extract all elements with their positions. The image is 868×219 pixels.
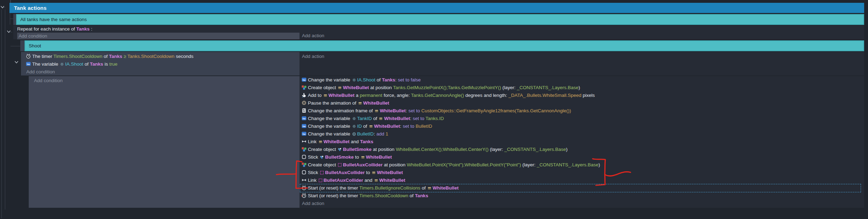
- create-object-icon: [302, 147, 306, 152]
- action-row[interactable]: VarChange the variable TankID of WhiteBu…: [300, 115, 861, 122]
- text-token: (layer:: [489, 147, 504, 152]
- text-token: Change the variable: [308, 116, 352, 121]
- text-token: of: [408, 193, 415, 198]
- action-row[interactable]: VarChange the variable ID of WhiteBullet…: [300, 122, 861, 130]
- text-token: Timers.ShootCooldown: [359, 193, 408, 198]
- text-token: _CONSTANTS_.Layers.Base: [517, 85, 578, 90]
- svg-text:Var: Var: [302, 118, 306, 120]
- add-action-button[interactable]: Add action: [299, 53, 324, 60]
- add-action-button[interactable]: Add action: [299, 200, 324, 207]
- struct-variable-icon: [352, 117, 356, 121]
- whitebullet-object-icon: [379, 117, 383, 121]
- action-row[interactable]: Start (or reset) the timer Timers.Bullet…: [300, 184, 861, 192]
- text-token: BulletAuxCollider: [343, 162, 383, 167]
- svg-text:Var: Var: [302, 133, 306, 135]
- add-action-button[interactable]: Add action: [299, 32, 324, 39]
- sub-event-actions-list: VarChange the variable IA.Shoot of Tanks…: [299, 76, 864, 200]
- text-token: Add to: [308, 93, 323, 98]
- start-timer-icon: [302, 193, 306, 198]
- text-token: force, angle:: [383, 93, 411, 98]
- add-condition-button[interactable]: Add condition: [17, 33, 299, 39]
- variable-icon: Var: [302, 116, 306, 121]
- comment-text: All tanks have the same actions: [20, 17, 87, 22]
- text-token: (layer:: [501, 85, 517, 90]
- struct-variable-icon: [352, 124, 356, 128]
- text-token: seconds: [174, 54, 193, 59]
- whitebullet-object-icon: [318, 140, 323, 144]
- action-row[interactable]: Stick BulletSmoke to WhiteBullet: [300, 153, 861, 161]
- text-token: is: [103, 61, 109, 67]
- action-row[interactable]: Pause the animation of WhiteBullet: [300, 99, 861, 107]
- text-token: WhiteBullet: [374, 124, 400, 129]
- text-token: The timer: [32, 54, 54, 59]
- action-row[interactable]: Stick BulletAuxCollider to WhiteBullet: [300, 169, 861, 177]
- collapse-shoot-event-chevron[interactable]: [14, 61, 19, 64]
- text-token: BulletSmoke: [325, 154, 354, 160]
- animation-frame-icon: [302, 108, 306, 113]
- collapse-repeat-event-chevron[interactable]: [7, 30, 11, 33]
- text-token: CustomObjects::GetFrameByAngle12frames(T…: [421, 108, 571, 113]
- comment-connector-strip: [20, 40, 25, 51]
- action-row[interactable]: Add to WhiteBullet a permanent force, an…: [300, 92, 861, 99]
- action-row[interactable]: Link BulletAuxCollider and WhiteBullet: [300, 177, 861, 184]
- link-icon: [302, 139, 306, 144]
- text-token: of: [102, 54, 109, 59]
- action-row[interactable]: VarChange the variable IA.Shoot of Tanks…: [300, 76, 861, 84]
- whitebullet-object-icon: [372, 171, 376, 175]
- text-token: BulletSmoke: [343, 147, 372, 152]
- create-object-icon: [302, 85, 306, 90]
- bulletauxcollider-object-icon: [320, 171, 324, 175]
- text-token: true: [109, 61, 117, 67]
- text-token: BulletID: [357, 131, 374, 137]
- text-token: The variable: [32, 61, 60, 67]
- text-token: WhiteBullet: [384, 116, 410, 121]
- add-action-label: Add action: [302, 54, 324, 59]
- add-condition-label: Add condition: [26, 69, 55, 74]
- condition-row[interactable]: VarThe variable IA.Shoot of Tanks is tru…: [21, 60, 299, 68]
- text-token: Tanks.ShootCooldown: [128, 54, 174, 59]
- action-row[interactable]: VarChange the variable BulletID: add 1: [300, 130, 861, 138]
- global-variable-icon: [352, 132, 356, 136]
- action-row[interactable]: Create object BulletSmoke at position Wh…: [300, 146, 861, 153]
- text-token: TankID: [357, 116, 372, 121]
- text-token: Change the variable: [308, 77, 352, 82]
- text-token: a: [354, 93, 360, 98]
- whitebullet-object-icon: [374, 109, 379, 113]
- action-row[interactable]: Start (or reset) the timer Timers.ShootC…: [300, 192, 861, 200]
- text-token: Create object: [308, 162, 337, 167]
- add-condition-button[interactable]: Add condition: [21, 68, 305, 75]
- text-token: Create object: [308, 85, 337, 90]
- text-token: _DATA_.Bullets.WhiteSmall.Speed: [509, 93, 581, 98]
- text-token: ): [579, 85, 580, 90]
- text-token: Tanks: [76, 26, 90, 32]
- text-token: WhiteBullet: [324, 139, 350, 144]
- text-token: Stick: [308, 170, 319, 175]
- group-header[interactable]: Tank actions: [9, 3, 864, 13]
- comment-shoot[interactable]: Shoot: [25, 40, 864, 51]
- text-token: :: [406, 108, 408, 113]
- stick-icon: [302, 154, 306, 159]
- text-token: 1: [386, 131, 388, 137]
- comment-text: Shoot: [29, 43, 41, 48]
- text-token: :: [395, 77, 398, 82]
- text-token: Start (or reset) the timer: [308, 185, 359, 191]
- comment-all-tanks[interactable]: All tanks have the same actions: [16, 14, 864, 25]
- text-token: Start (or reset) the timer: [308, 193, 359, 198]
- condition-row[interactable]: The timer Timers.ShootCooldown of Tanks …: [21, 53, 299, 60]
- collapse-group-chevron[interactable]: [0, 6, 5, 9]
- repeat-event-text[interactable]: Repeat for each instance of Tanks :: [13, 26, 864, 33]
- text-token: ID: [357, 124, 362, 129]
- text-token: IA.Shoot: [65, 61, 83, 67]
- add-condition-button[interactable]: Add condition: [29, 77, 305, 84]
- struct-variable-icon: [60, 62, 64, 66]
- add-condition-label: Add condition: [19, 33, 47, 39]
- start-timer-icon: [302, 185, 306, 190]
- action-row[interactable]: Change the animation frame of WhiteBulle…: [300, 107, 861, 115]
- action-row[interactable]: Create object WhiteBullet at position Ta…: [300, 84, 861, 92]
- action-row[interactable]: Link WhiteBullet and Tanks: [300, 138, 861, 146]
- add-action-label: Add action: [302, 201, 324, 206]
- text-token: Pause the animation of: [308, 100, 358, 106]
- text-token: Tanks.ID: [426, 116, 444, 121]
- text-token: set to: [408, 108, 421, 113]
- action-row[interactable]: Create object BulletAuxCollider at posit…: [300, 161, 861, 169]
